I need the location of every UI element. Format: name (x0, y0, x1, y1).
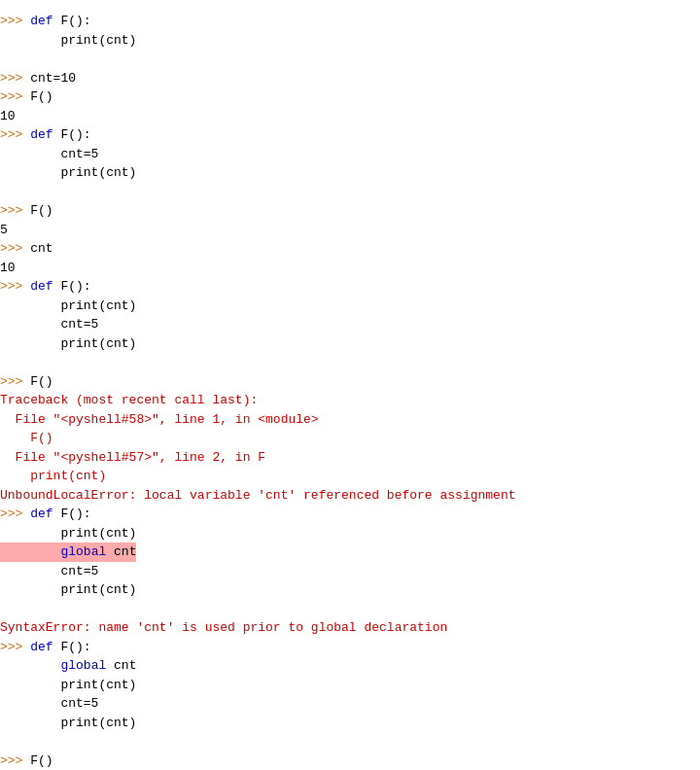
prompt7: >>> (0, 279, 30, 294)
code-def1: def (30, 14, 60, 28)
prompt9: >>> (0, 507, 30, 521)
prompt1: >>> (0, 14, 30, 28)
prompt5: >>> (0, 203, 30, 218)
prompt2: >>> (0, 71, 30, 86)
prompt4: >>> (0, 127, 30, 142)
prompt10: >>> (0, 640, 30, 654)
prompt6: >>> (0, 241, 30, 256)
highlight-global-line: global cnt (0, 542, 136, 562)
prompt8: >>> (0, 374, 30, 389)
prompt3: >>> (0, 89, 30, 104)
prompt11: >>> (0, 753, 30, 768)
terminal: >>> def F(): print(cnt) >>> cnt=10 >>> F… (0, 8, 700, 770)
